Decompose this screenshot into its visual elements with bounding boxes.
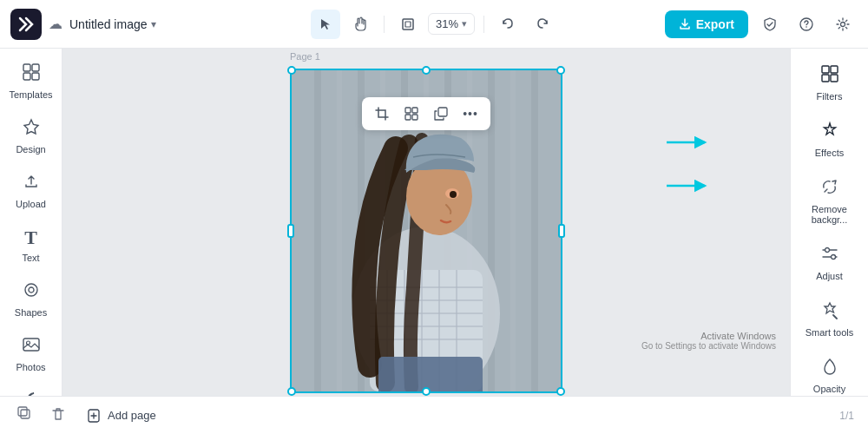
sidebar-item-shapes[interactable]: Shapes: [3, 273, 59, 325]
svg-point-9: [25, 284, 37, 296]
sidebar-item-upload[interactable]: Upload: [3, 165, 59, 216]
bottom-delete-button[interactable]: [47, 403, 69, 429]
svg-rect-51: [831, 75, 838, 82]
rs-item-remove-bg[interactable]: Remove backgr...: [794, 168, 865, 233]
add-page-label: Add page: [108, 409, 156, 422]
rs-label-smart-tools: Smart tools: [806, 327, 854, 338]
shield-button[interactable]: [755, 10, 785, 39]
sidebar-item-label-design: Design: [16, 144, 45, 155]
design-icon: [22, 117, 41, 141]
frame-tool-button[interactable]: [393, 10, 423, 39]
file-name: Untitled image: [69, 17, 148, 31]
svg-rect-14: [412, 108, 418, 113]
svg-point-3: [806, 26, 807, 28]
sidebar-item-label-photos: Photos: [16, 362, 45, 372]
rs-label-effects: Effects: [815, 148, 844, 158]
zoom-chevron: ▾: [462, 18, 467, 30]
remove-bg-icon: [820, 177, 839, 201]
svg-point-10: [29, 287, 34, 293]
logo-button[interactable]: [10, 9, 42, 40]
svg-rect-58: [21, 410, 30, 418]
svg-rect-8: [32, 73, 39, 80]
photos-icon: [22, 335, 41, 358]
float-toolbar: •••: [362, 97, 490, 130]
rs-item-opacity[interactable]: Opacity: [794, 348, 865, 396]
opacity-icon: [820, 357, 839, 380]
page-count: 1/1: [839, 410, 854, 422]
templates-icon: [22, 62, 41, 86]
zoom-control[interactable]: 31% ▾: [428, 13, 475, 35]
handle-bm[interactable]: [422, 387, 431, 396]
rs-item-filters[interactable]: Filters: [794, 56, 865, 110]
handle-bl[interactable]: [287, 387, 296, 396]
svg-rect-0: [403, 19, 413, 30]
bottom-duplicate-button[interactable]: [14, 403, 36, 429]
sidebar-item-label-text: Text: [22, 253, 39, 263]
handle-tm[interactable]: [422, 66, 431, 75]
left-sidebar: Templates Design Upload T Text: [0, 49, 62, 396]
crop-button[interactable]: [369, 101, 395, 127]
sidebar-item-photos[interactable]: Photos: [3, 328, 59, 379]
settings-button[interactable]: [828, 10, 858, 39]
svg-rect-15: [405, 115, 411, 120]
sidebar-item-more[interactable]: [3, 383, 59, 396]
grid-button[interactable]: [398, 101, 424, 127]
svg-rect-49: [831, 66, 838, 73]
sidebar-item-label-shapes: Shapes: [15, 307, 47, 318]
handle-br[interactable]: [556, 387, 565, 396]
sidebar-item-design[interactable]: Design: [3, 110, 59, 161]
activate-windows-sub: Go to Settings to activate Windows: [641, 341, 776, 351]
rs-label-adjust: Adjust: [816, 271, 843, 281]
smart-tools-icon: [820, 300, 839, 324]
svg-rect-7: [23, 73, 30, 80]
canvas-area: ••• Page 1: [62, 49, 790, 396]
svg-rect-45: [378, 357, 483, 391]
file-name-chevron: ▾: [151, 18, 156, 30]
activate-windows-text: Activate Windows: [641, 331, 776, 341]
upload-icon: [22, 172, 41, 195]
svg-rect-1: [405, 22, 411, 27]
handle-ml[interactable]: [287, 224, 294, 238]
svg-rect-6: [32, 64, 39, 71]
select-tool-button[interactable]: [311, 10, 340, 39]
handle-tr[interactable]: [556, 66, 565, 75]
svg-rect-59: [18, 407, 27, 416]
rs-item-adjust[interactable]: Adjust: [794, 235, 865, 290]
help-button[interactable]: [792, 10, 821, 39]
svg-point-44: [450, 191, 457, 198]
page-label: Page 1: [290, 51, 320, 62]
svg-point-12: [26, 341, 30, 345]
svg-point-4: [841, 22, 845, 26]
rs-label-remove-bg: Remove backgr...: [798, 204, 862, 225]
text-icon: T: [24, 227, 37, 249]
handle-mr[interactable]: [558, 224, 565, 238]
sidebar-item-label-templates: Templates: [9, 89, 52, 100]
more-options-button[interactable]: •••: [457, 101, 483, 127]
export-button[interactable]: Export: [665, 10, 748, 38]
redo-button[interactable]: [528, 10, 557, 39]
svg-rect-13: [405, 108, 411, 113]
export-label: Export: [696, 17, 734, 31]
sidebar-item-templates[interactable]: Templates: [3, 56, 59, 107]
svg-point-55: [831, 255, 835, 260]
handle-tl[interactable]: [287, 66, 296, 75]
undo-button[interactable]: [493, 10, 523, 39]
copy-button[interactable]: [428, 101, 454, 127]
effects-icon: [820, 121, 839, 144]
svg-rect-5: [23, 64, 30, 71]
right-sidebar: Filters Effects Remove backgr...: [790, 49, 868, 396]
rs-item-effects[interactable]: Effects: [794, 112, 865, 167]
rs-label-opacity: Opacity: [813, 384, 845, 394]
sidebar-item-text[interactable]: T Text: [3, 220, 59, 270]
svg-rect-48: [822, 66, 829, 73]
file-name-area[interactable]: Untitled image ▾: [69, 17, 156, 31]
svg-point-53: [825, 248, 829, 253]
hand-tool-button[interactable]: [345, 10, 375, 39]
adjust-icon: [820, 244, 839, 267]
bottom-bar: Add page 1/1: [0, 396, 868, 434]
svg-rect-50: [822, 75, 829, 82]
add-page-button[interactable]: Add page: [80, 404, 163, 427]
rs-item-smart-tools[interactable]: Smart tools: [794, 292, 865, 346]
sidebar-item-label-upload: Upload: [16, 199, 46, 209]
zoom-value: 31%: [436, 17, 458, 30]
